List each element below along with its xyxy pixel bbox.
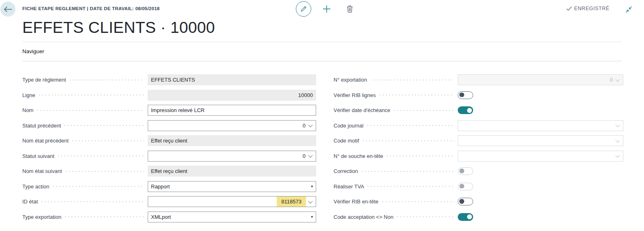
delete-button[interactable] [342,1,358,17]
field-row-nom-etat-precedent: Nom état précédentEffet reçu client [22,135,316,146]
toggle-knob [459,199,464,204]
field-row-code-acceptation-non: Code acceptation <> Non [334,212,623,222]
field-row-no-de-souche-en-tete: N° de souche en-tête [334,151,623,162]
toggle-realiser-tva-off [458,183,473,190]
field-value-nom-etat-suivant: Effet reçu client [148,166,316,177]
page-action-icons [296,1,358,17]
field-control-type-exportation: XMLport▾ [148,212,316,222]
dotted-leader [387,155,454,156]
dotted-leader [397,216,454,217]
field-control-id-etat: 8118573 [148,196,316,207]
field-select-type-exportation[interactable]: XMLport▾ [148,212,316,222]
dropdown-triangle-icon: ▾ [311,215,313,219]
select-value: Rapport [151,184,170,190]
saved-check-icon [566,6,572,11]
dotted-leader [58,155,144,156]
field-label-type-de-reglement: Type de règlement [22,77,70,83]
field-label-code-acceptation-non: Code acceptation <> Non [334,214,397,220]
field-row-ligne: Ligne10000 [22,90,316,101]
field-combo-code-journal[interactable] [458,120,623,131]
field-control-verifier-rib-lignes [458,91,623,99]
collapse-page-button[interactable] [625,5,633,13]
field-input-nom[interactable] [148,105,316,116]
new-button[interactable] [319,1,334,17]
field-label-correction: Correction [334,168,362,174]
edit-pencil-icon [300,5,307,13]
field-value-type-de-reglement: EFFETS CLIENTS [148,74,316,85]
field-label-code-journal: Code journal [334,123,367,129]
add-plus-icon [322,4,331,13]
dotted-leader [382,201,454,202]
field-control-statut-suivant: 0 [148,151,316,162]
toggle-correction-off [458,167,473,175]
chevron-down-icon [614,154,621,158]
back-arrow-icon [4,6,12,12]
toggle-code-acceptation-non-on[interactable] [458,213,473,221]
field-row-realiser-tva: Réaliser TVA [334,181,623,192]
field-row-statut-precedent: Statut précédent0 [22,120,316,131]
edit-button[interactable] [296,1,311,17]
field-row-type-de-reglement: Type de règlementEFFETS CLIENTS [22,74,316,85]
dotted-leader [53,186,144,187]
page-title: EFFETS CLIENTS · 10000 [22,19,215,37]
field-row-statut-suivant: Statut suivant0 [22,151,316,162]
divider [22,61,622,61]
field-label-nom: Nom [22,107,37,113]
field-control-verifier-date-echeance [458,106,623,114]
chevron-down-icon [307,124,314,127]
dotted-leader [65,125,144,126]
field-combo-id-etat[interactable]: 8118573 [148,196,316,207]
field-label-no-exportation: N° exportation [334,77,371,83]
dotted-leader [371,80,454,80]
field-value-nom-etat-precedent: Effet reçu client [148,135,316,146]
payment-step-card-page: FICHE ETAPE REGLEMENT | DATE DE TRAVAIL:… [0,0,644,231]
field-select-type-action[interactable]: Rapport▾ [148,181,316,192]
field-combo-no-exportation: 0 [458,74,623,85]
field-control-correction [458,167,623,175]
field-combo-code-motif[interactable] [458,135,623,146]
delete-trash-icon [346,5,353,13]
form-column-right: N° exportation0Vérifier RIB lignesVérifi… [334,74,623,227]
dotted-leader [368,186,454,187]
menu-naviguer[interactable]: Naviguer [22,48,44,54]
toggle-verifier-rib-en-tete-off[interactable] [458,198,473,205]
field-row-code-motif: Code motif [334,135,623,146]
dropdown-triangle-icon: ▾ [311,185,313,188]
field-control-code-journal [458,120,623,131]
combo-value: 0 [610,77,614,83]
field-label-realiser-tva: Réaliser TVA [334,184,368,190]
field-row-verifier-date-echeance: Vérifier date d'échéance [334,105,623,116]
field-combo-statut-suivant[interactable]: 0 [148,151,316,162]
field-control-no-de-souche-en-tete [458,151,623,162]
chevron-down-icon [307,154,314,158]
field-control-nom-etat-precedent: Effet reçu client [148,135,316,146]
field-row-type-exportation: Type exportationXMLport▾ [22,212,316,222]
back-button[interactable] [0,2,15,17]
toggle-verifier-date-echeance-on[interactable] [458,106,473,114]
field-label-type-exportation: Type exportation [22,214,65,220]
field-combo-statut-precedent[interactable]: 0 [148,120,316,131]
field-row-type-action: Type actionRapport▾ [22,181,316,192]
dotted-leader [37,110,144,111]
form-column-left: Type de règlementEFFETS CLIENTSLigne1000… [22,74,316,227]
combo-value: 0 [303,123,307,129]
field-label-id-etat: ID état [22,199,41,205]
toggle-knob [467,214,472,219]
toggle-verifier-rib-lignes-off[interactable] [458,91,473,99]
field-label-verifier-date-echeance: Vérifier date d'échéance [334,107,394,113]
field-value-ligne: 10000 [148,90,316,101]
dotted-leader [66,171,144,172]
save-status-label: ENREGISTRÉ [574,6,610,11]
field-label-verifier-rib-en-tete: Vérifier RIB en-tête [334,199,382,205]
breadcrumb-caption: FICHE ETAPE REGLEMENT | DATE DE TRAVAIL:… [22,6,159,11]
field-label-code-motif: Code motif [334,138,363,144]
dotted-leader [367,125,454,126]
field-label-nom-etat-precedent: Nom état précédent [22,138,72,144]
field-label-ligne: Ligne [22,92,39,98]
dotted-leader [362,171,454,172]
toggle-knob [467,108,472,113]
dotted-leader [72,140,144,141]
field-combo-no-de-souche-en-tete[interactable] [458,151,623,162]
field-control-code-acceptation-non [458,213,623,221]
field-control-verifier-rib-en-tete [458,198,623,205]
